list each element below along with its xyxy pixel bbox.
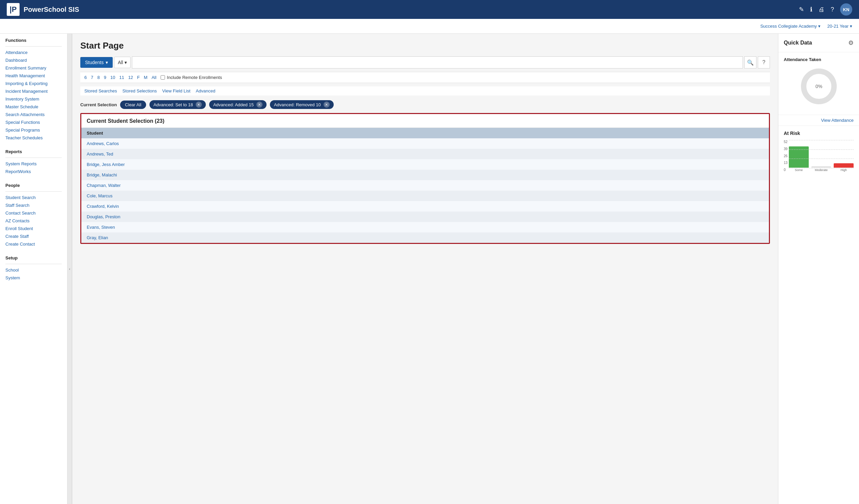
grade-10[interactable]: 10 (110, 75, 115, 80)
student-name-cell[interactable]: Bridge, Malachi (81, 170, 769, 180)
school-selector[interactable]: Success Collegiate Academy ▾ (760, 24, 820, 29)
table-row[interactable]: Andrews, Ted (81, 149, 769, 159)
view-attendance-link[interactable]: View Attendance (778, 115, 859, 126)
grade-6[interactable]: 6 (84, 75, 87, 80)
view-field-list-link[interactable]: View Field List (162, 88, 191, 93)
sidebar-item-system-reports[interactable]: System Reports (0, 160, 67, 168)
bar-moderate: Moderate (811, 141, 831, 172)
selection-row: Current Selection Clear All Advanced: Se… (80, 100, 770, 109)
grade-12[interactable]: 12 (128, 75, 133, 80)
clear-all-button[interactable]: Clear All (120, 101, 146, 109)
info-icon[interactable]: ℹ (810, 6, 812, 13)
student-name-cell[interactable]: Chapman, Walter (81, 180, 769, 190)
stored-searches-link[interactable]: Stored Searches (84, 88, 117, 93)
view-attendance-anchor[interactable]: View Attendance (821, 118, 854, 123)
include-remote-checkbox[interactable] (161, 75, 165, 80)
student-name-cell[interactable]: Bridge, Jess Amber (81, 159, 769, 170)
sidebar-item-attendance[interactable]: Attendance (0, 49, 67, 56)
grade-m[interactable]: M (144, 75, 148, 80)
right-panel: Quick Data ⚙ Attendance Taken 0% View At… (778, 34, 859, 504)
table-row[interactable]: Bridge, Jess Amber (81, 159, 769, 170)
header-icons: ✎ ℹ 🖨 ? KN (799, 3, 852, 16)
year-selector[interactable]: 20-21 Year ▾ (827, 24, 852, 29)
search-input[interactable] (132, 56, 743, 68)
app-header: |P PowerSchool SIS ✎ ℹ 🖨 ? KN (0, 0, 859, 19)
edit-icon[interactable]: ✎ (799, 6, 804, 13)
sidebar-item-special-programs[interactable]: Special Programs (0, 126, 67, 134)
grade-all[interactable]: All (151, 75, 156, 80)
app-title: PowerSchool SIS (24, 6, 79, 14)
sidebar-item-dashboard[interactable]: Dashboard (0, 56, 67, 64)
help-icon[interactable]: ? (831, 6, 834, 13)
sidebar-item-search-attachments[interactable]: Search Attachments (0, 111, 67, 118)
sidebar-item-system[interactable]: System (0, 274, 67, 282)
search-help-button[interactable]: ? (758, 56, 770, 68)
sub-header: Success Collegiate Academy ▾ 20-21 Year … (0, 19, 859, 34)
sidebar-item-reportworks[interactable]: ReportWorks (0, 168, 67, 175)
student-table-title: Current Student Selection (23) (81, 114, 769, 128)
bar-some-label: Some (795, 168, 803, 172)
logo-area: |P PowerSchool SIS (7, 3, 79, 16)
grade-f[interactable]: F (137, 75, 140, 80)
stored-selections-link[interactable]: Stored Selections (122, 88, 157, 93)
grade-11[interactable]: 11 (119, 75, 124, 80)
student-name-cell[interactable]: Gray, Elian (81, 232, 769, 243)
all-dropdown[interactable]: All ▾ (114, 57, 131, 68)
sidebar-item-inventory-system[interactable]: Inventory System (0, 95, 67, 103)
student-name-cell[interactable]: Cole, Marcus (81, 190, 769, 201)
sidebar-item-create-staff[interactable]: Create Staff (0, 232, 67, 240)
avatar[interactable]: KN (840, 3, 852, 16)
quick-data-gear-button[interactable]: ⚙ (848, 39, 854, 47)
bar-chart-area: Some Moderate High (789, 140, 854, 177)
sidebar-item-importing-exporting[interactable]: Importing & Exporting (0, 80, 67, 87)
sidebar-item-contact-search[interactable]: Contact Search (0, 209, 67, 217)
sidebar-item-health-management[interactable]: Health Management (0, 72, 67, 80)
sidebar-collapse-handle[interactable]: ‹ (67, 34, 72, 504)
bar-some: Some (789, 141, 809, 172)
sidebar-item-staff-search[interactable]: Staff Search (0, 201, 67, 209)
tag-close-added-15[interactable]: × (256, 102, 262, 108)
setup-heading: Setup (0, 251, 67, 262)
table-row[interactable]: Crawford, Kelvin (81, 201, 769, 212)
table-row[interactable]: Gray, Elian (81, 232, 769, 243)
quick-data-header: Quick Data ⚙ (778, 34, 859, 52)
advanced-link[interactable]: Advanced (196, 88, 215, 93)
sidebar-item-create-contact[interactable]: Create Contact (0, 240, 67, 248)
at-risk-section: At Risk 52 39 26 13 0 (778, 126, 859, 182)
student-name-cell[interactable]: Andrews, Ted (81, 149, 769, 159)
table-row[interactable]: Andrews, Carlos (81, 138, 769, 149)
grade-8[interactable]: 8 (97, 75, 100, 80)
include-remote-label[interactable]: Include Remote Enrollments (161, 75, 222, 80)
sidebar-item-master-schedule[interactable]: Master Schedule (0, 103, 67, 111)
students-dropdown[interactable]: Students ▾ (80, 57, 113, 68)
sidebar-item-az-contacts[interactable]: AZ Contacts (0, 217, 67, 225)
table-row[interactable]: Cole, Marcus (81, 190, 769, 201)
sidebar-item-school[interactable]: School (0, 266, 67, 274)
grade-9[interactable]: 9 (104, 75, 106, 80)
bar-high: High (834, 141, 854, 172)
student-name-cell[interactable]: Crawford, Kelvin (81, 201, 769, 212)
tag-close-set-to-18[interactable]: × (196, 102, 202, 108)
bar-high-label: High (841, 168, 847, 172)
main-content: Start Page Students ▾ All ▾ 🔍 ? 6 7 8 9 … (72, 34, 778, 504)
filter-links-bar: Stored Searches Stored Selections View F… (80, 86, 770, 95)
sidebar-item-enrollment-summary[interactable]: Enrollment Summary (0, 64, 67, 72)
student-name-cell[interactable]: Douglas, Preston (81, 212, 769, 222)
sidebar-item-teacher-schedules[interactable]: Teacher Schedules (0, 134, 67, 142)
page-title: Start Page (80, 41, 770, 51)
table-row[interactable]: Bridge, Malachi (81, 170, 769, 180)
search-button[interactable]: 🔍 (744, 56, 756, 68)
grade-7[interactable]: 7 (91, 75, 93, 80)
grid-line-26 (789, 158, 854, 159)
print-icon[interactable]: 🖨 (818, 6, 825, 13)
student-name-cell[interactable]: Evans, Steven (81, 222, 769, 232)
sidebar-item-student-search[interactable]: Student Search (0, 194, 67, 201)
table-row[interactable]: Douglas, Preston (81, 212, 769, 222)
sidebar-item-enroll-student[interactable]: Enroll Student (0, 225, 67, 232)
table-row[interactable]: Chapman, Walter (81, 180, 769, 190)
table-row[interactable]: Evans, Steven (81, 222, 769, 232)
sidebar-item-incident-management[interactable]: Incident Management (0, 87, 67, 95)
sidebar-item-special-functions[interactable]: Special Functions (0, 118, 67, 126)
tag-close-removed-10[interactable]: × (323, 102, 330, 108)
student-name-cell[interactable]: Andrews, Carlos (81, 138, 769, 149)
